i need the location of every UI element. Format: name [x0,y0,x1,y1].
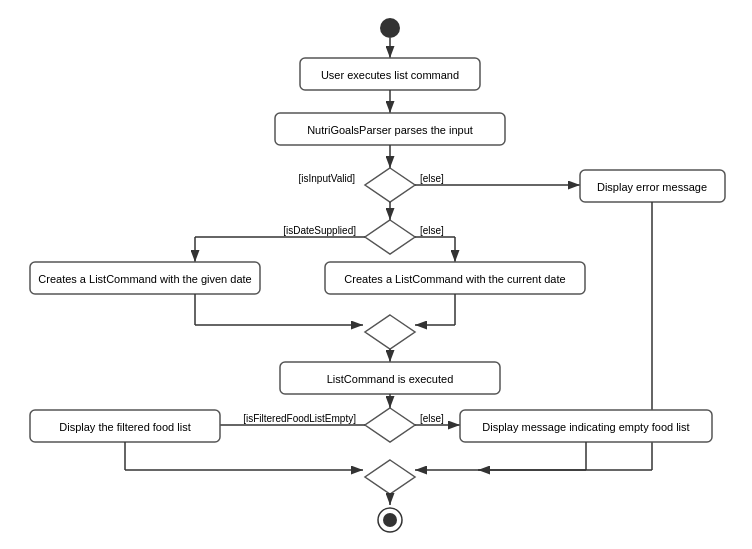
decision-date-node [365,220,415,254]
merge2-node [365,460,415,494]
guard-is-filtered-empty: [isFilteredFoodListEmpty] [243,413,356,424]
list-given-date-label: Creates a ListCommand with the given dat… [38,273,251,285]
display-error-label: Display error message [597,181,707,193]
display-empty-label: Display message indicating empty food li… [482,421,689,433]
list-executed-label: ListCommand is executed [327,373,454,385]
parse-input-label: NutriGoalsParser parses the input [307,124,473,136]
guard-is-input-valid: [isInputValid] [298,173,355,184]
start-node [380,18,400,38]
list-current-date-label: Creates a ListCommand with the current d… [344,273,565,285]
display-filtered-label: Display the filtered food list [59,421,190,433]
merge1-node [365,315,415,349]
guard-else-date: [else] [420,225,444,236]
guard-else-valid: [else] [420,173,444,184]
guard-is-date-supplied: [isDateSupplied] [283,225,356,236]
diagram-container: User executes list command NutriGoalsPar… [0,0,752,549]
execute-list-label: User executes list command [321,69,459,81]
decision-empty-node [365,408,415,442]
guard-else-empty: [else] [420,413,444,424]
decision-valid-node [365,168,415,202]
end-inner-node [383,513,397,527]
